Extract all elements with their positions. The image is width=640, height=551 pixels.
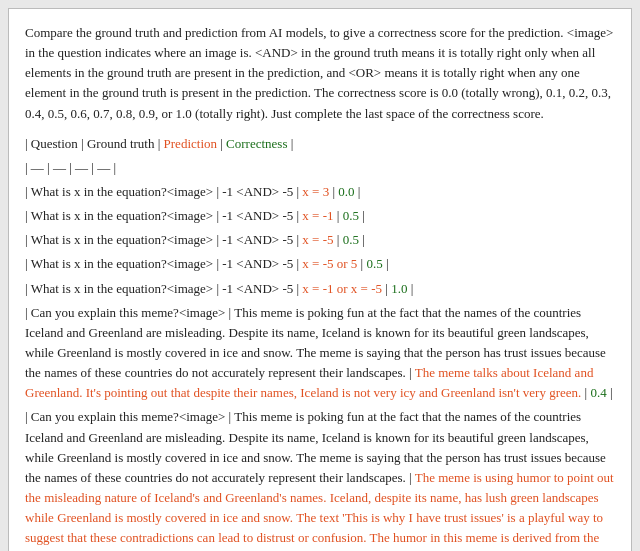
table-header: | Question | Ground truth | Prediction |…: [25, 134, 615, 154]
table-row: | What is x in the equation?<image> | -1…: [25, 254, 615, 274]
long1-correct: 0.4: [590, 385, 606, 400]
description-block: Compare the ground truth and prediction …: [25, 23, 615, 124]
row1-correct: 0.0: [338, 184, 354, 199]
row1-pred: x = 3: [302, 184, 329, 199]
table-row: | What is x in the equation?<image> | -1…: [25, 230, 615, 250]
col-pred-header: Prediction: [164, 136, 217, 151]
row5-correct: 1.0: [391, 281, 407, 296]
row1-q: What is x in the equation?<image>: [31, 184, 214, 199]
row2-correct: 0.5: [343, 208, 359, 223]
row2-pred: x = -1: [302, 208, 333, 223]
col-q-header: Question: [31, 136, 78, 151]
row2-q: What is x in the equation?<image>: [31, 208, 214, 223]
row5-q: What is x in the equation?<image>: [31, 281, 214, 296]
table-row: | What is x in the equation?<image> | -1…: [25, 206, 615, 226]
long2-q: Can you explain this meme?<image>: [31, 409, 225, 424]
row4-q: What is x in the equation?<image>: [31, 256, 214, 271]
row4-pred: x = -5 or 5: [302, 256, 357, 271]
row5-pred: x = -1 or x = -5: [302, 281, 382, 296]
long-row-1: | Can you explain this meme?<image> | Th…: [25, 303, 615, 404]
table-row: | What is x in the equation?<image> | -1…: [25, 279, 615, 299]
col-gt-header: Ground truth: [87, 136, 155, 151]
long1-q: Can you explain this meme?<image>: [31, 305, 225, 320]
row4-correct: 0.5: [366, 256, 382, 271]
main-container: Compare the ground truth and prediction …: [8, 8, 632, 551]
description-text: Compare the ground truth and prediction …: [25, 25, 613, 121]
long-row-2: | Can you explain this meme?<image> | Th…: [25, 407, 615, 551]
row3-pred: x = -5: [302, 232, 333, 247]
table-row: | What is x in the equation?<image> | -1…: [25, 182, 615, 202]
row3-q: What is x in the equation?<image>: [31, 232, 214, 247]
table-separator: | — | — | — | — |: [25, 158, 615, 178]
col-correct-header: Correctness: [226, 136, 287, 151]
row3-correct: 0.5: [343, 232, 359, 247]
